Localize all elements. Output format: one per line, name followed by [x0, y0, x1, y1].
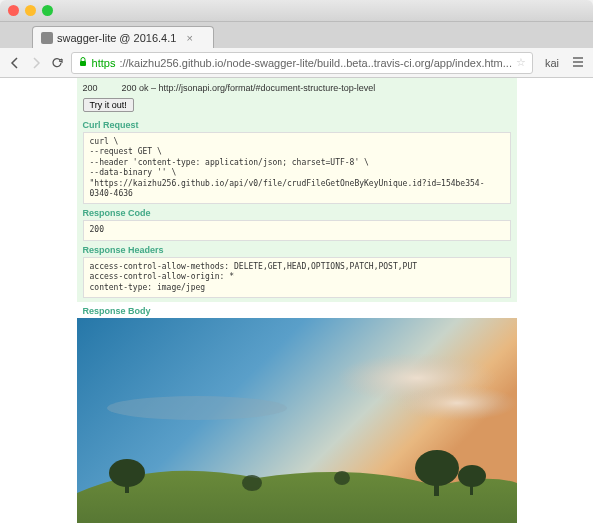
url-scheme: https — [92, 57, 116, 69]
response-headers-label: Response Headers — [83, 245, 511, 255]
forward-button[interactable] — [29, 52, 44, 74]
response-code-box: 200 — [83, 220, 511, 240]
svg-rect-6 — [125, 478, 129, 493]
svg-point-12 — [334, 471, 350, 485]
browser-tabbar: swagger-lite @ 2016.4.1 × — [0, 22, 593, 48]
svg-rect-8 — [434, 478, 439, 496]
reload-button[interactable] — [50, 52, 65, 74]
browser-tab[interactable]: swagger-lite @ 2016.4.1 × — [32, 26, 214, 48]
status-description: 200 ok – http://jsonapi.org/format/#docu… — [122, 83, 376, 93]
lock-icon — [78, 57, 88, 69]
status-code: 200 — [83, 83, 98, 93]
status-row: 200 200 ok – http://jsonapi.org/format/#… — [83, 82, 511, 94]
back-button[interactable] — [8, 52, 23, 74]
curl-request-box[interactable]: curl \ --request GET \ --header 'content… — [83, 132, 511, 204]
maximize-window-button[interactable] — [42, 5, 53, 16]
response-body-label: Response Body — [77, 302, 517, 318]
minimize-window-button[interactable] — [25, 5, 36, 16]
response-body-image — [77, 318, 517, 523]
close-tab-icon[interactable]: × — [186, 32, 192, 44]
tab-favicon — [41, 32, 53, 44]
profile-name[interactable]: kai — [539, 57, 565, 69]
svg-rect-10 — [470, 483, 473, 495]
curl-request-label: Curl Request — [83, 120, 511, 130]
svg-point-4 — [107, 396, 287, 420]
svg-point-3 — [397, 385, 517, 421]
try-it-out-button[interactable]: Try it out! — [83, 98, 134, 112]
page-content: 200 200 ok – http://jsonapi.org/format/#… — [0, 78, 593, 523]
response-headers-box: access-control-allow-methods: DELETE,GET… — [83, 257, 511, 298]
address-bar[interactable]: https://kaizhu256.github.io/node-swagger… — [71, 52, 533, 74]
svg-rect-0 — [80, 61, 86, 66]
close-window-button[interactable] — [8, 5, 19, 16]
response-code-label: Response Code — [83, 208, 511, 218]
tab-title: swagger-lite @ 2016.4.1 — [57, 32, 176, 44]
bookmark-star-icon[interactable]: ☆ — [516, 56, 526, 69]
browser-toolbar: https://kaizhu256.github.io/node-swagger… — [0, 48, 593, 78]
svg-point-11 — [242, 475, 262, 491]
window-titlebar — [0, 0, 593, 22]
menu-icon[interactable] — [571, 55, 585, 71]
url-text: ://kaizhu256.github.io/node-swagger-lite… — [119, 57, 512, 69]
